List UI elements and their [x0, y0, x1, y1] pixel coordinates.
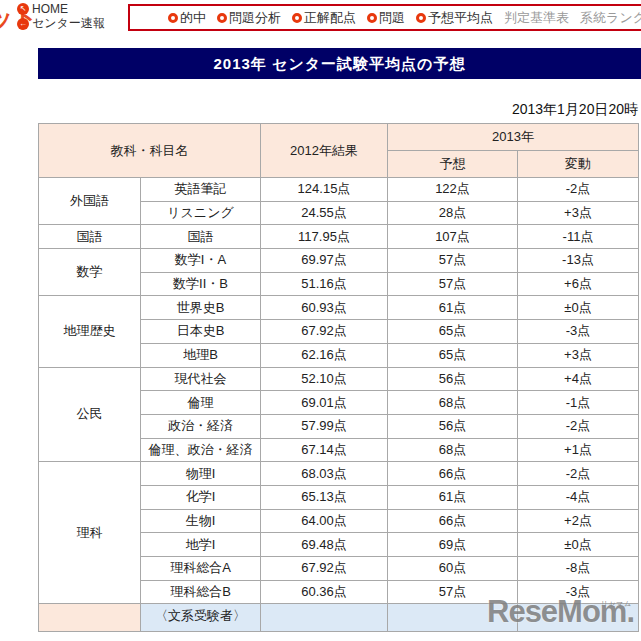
subject-cell: 現代社会 — [141, 367, 261, 391]
change-cell: -3点 — [518, 320, 639, 344]
menu-item-hantei-kijunhyo-label: 判定基準表 — [504, 9, 569, 27]
menu-item-seikai-haiten[interactable]: 正解配点 — [292, 9, 356, 27]
forecast-cell — [388, 604, 518, 632]
header-year-2013: 2013年 — [388, 124, 639, 151]
bullet-circle-icon — [168, 13, 178, 23]
change-cell: -2点 — [518, 414, 639, 438]
menu-item-mondai-bunseki-label: 問題分析 — [229, 9, 281, 27]
menu-item-keito-rank-label: 系統ランク — [580, 9, 641, 27]
forecast-cell: 65点 — [388, 343, 518, 367]
result-2012-cell: 67.92点 — [261, 557, 388, 581]
category-cell: 国語 — [39, 225, 141, 249]
change-cell: -4点 — [518, 485, 639, 509]
forecast-cell: 69点 — [388, 533, 518, 557]
forecast-cell: 57点 — [388, 272, 518, 296]
result-2012-cell: 52.10点 — [261, 367, 388, 391]
table-row: 外国語 英語筆記 124.15点 122点 -2点 — [39, 178, 639, 202]
change-cell: +3点 — [518, 343, 639, 367]
arrow-up-left-icon: ↖ — [17, 3, 29, 15]
table-row: 地理歴史 世界史B 60.93点 61点 ±0点 — [39, 296, 639, 320]
subject-cell: 世界史B — [141, 296, 261, 320]
top-navigation-bar: ット ↖ HOME ← センター速報 的中 問題分析 正解配点 問題 予想 — [0, 0, 641, 40]
score-prediction-table: 教科・科目名 2012年結果 2013年 予想 変動 外国語 英語筆記 124.… — [38, 123, 639, 632]
change-cell: -2点 — [518, 462, 639, 486]
subject-cell: 数学II・B — [141, 272, 261, 296]
nav-link-home-label: HOME — [32, 2, 68, 16]
table-row: 国語 国語 117.95点 107点 -11点 — [39, 225, 639, 249]
result-2012-cell: 67.92点 — [261, 320, 388, 344]
forecast-cell: 65点 — [388, 320, 518, 344]
change-cell: +4点 — [518, 367, 639, 391]
result-2012-cell: 65.13点 — [261, 485, 388, 509]
result-2012-cell: 24.55点 — [261, 201, 388, 225]
forecast-cell: 61点 — [388, 485, 518, 509]
subject-cell: 地学I — [141, 533, 261, 557]
forecast-cell: 57点 — [388, 249, 518, 273]
result-2012-cell: 51.16点 — [261, 272, 388, 296]
forecast-cell: 107点 — [388, 225, 518, 249]
table-header-row: 教科・科目名 2012年結果 2013年 — [39, 124, 639, 151]
result-2012-cell: 62.16点 — [261, 343, 388, 367]
header-forecast: 予想 — [388, 151, 518, 178]
forecast-cell: 56点 — [388, 414, 518, 438]
subject-cell: 理科総合B — [141, 580, 261, 604]
home-links: ↖ HOME ← センター速報 — [17, 1, 105, 31]
subject-cell: 〈文系受験者〉 — [141, 604, 261, 632]
forecast-cell: 56点 — [388, 367, 518, 391]
subject-cell: リスニング — [141, 201, 261, 225]
forecast-cell: 60点 — [388, 557, 518, 581]
result-2012-cell: 60.36点 — [261, 580, 388, 604]
menu-item-mondai[interactable]: 問題 — [367, 9, 405, 27]
forecast-cell: 28点 — [388, 201, 518, 225]
result-2012-cell: 67.14点 — [261, 438, 388, 462]
category-cell: 地理歴史 — [39, 296, 141, 367]
result-2012-cell: 57.99点 — [261, 414, 388, 438]
subject-cell: 国語 — [141, 225, 261, 249]
forecast-cell: 68点 — [388, 438, 518, 462]
forecast-cell: 122点 — [388, 178, 518, 202]
category-cell — [39, 604, 141, 632]
change-cell — [518, 604, 639, 632]
change-cell: +2点 — [518, 509, 639, 533]
nav-link-center-sokuho-label: センター速報 — [32, 15, 105, 32]
change-cell: -8点 — [518, 557, 639, 581]
header-change: 変動 — [518, 151, 639, 178]
published-datetime: 2013年1月20日20時 — [512, 101, 638, 119]
subject-cell: 地理B — [141, 343, 261, 367]
change-cell: +6点 — [518, 272, 639, 296]
menu-item-yosou-heikinten[interactable]: 予想平均点 — [416, 9, 493, 27]
menu-item-mondai-bunseki[interactable]: 問題分析 — [217, 9, 281, 27]
result-2012-cell: 60.93点 — [261, 296, 388, 320]
nav-link-center-sokuho[interactable]: ← センター速報 — [17, 16, 105, 31]
change-cell: -1点 — [518, 391, 639, 415]
change-cell: -2点 — [518, 178, 639, 202]
bullet-circle-icon — [416, 13, 426, 23]
bullet-circle-icon — [367, 13, 377, 23]
change-cell: +3点 — [518, 201, 639, 225]
change-cell: -13点 — [518, 249, 639, 273]
forecast-cell: 66点 — [388, 462, 518, 486]
page-title-banner: 2013年 センター試験平均点の予想 — [38, 48, 641, 79]
menu-item-mondai-label: 問題 — [379, 9, 405, 27]
bullet-circle-icon — [217, 13, 227, 23]
subject-cell: 数学I・A — [141, 249, 261, 273]
subject-cell: 理科総合A — [141, 557, 261, 581]
subject-cell: 英語筆記 — [141, 178, 261, 202]
result-2012-cell: 64.00点 — [261, 509, 388, 533]
subject-cell: 政治・経済 — [141, 414, 261, 438]
result-2012-cell — [261, 604, 388, 632]
menu-item-tekichu-label: 的中 — [180, 9, 206, 27]
menu-item-tekichu[interactable]: 的中 — [168, 9, 206, 27]
forecast-cell: 61点 — [388, 296, 518, 320]
result-2012-cell: 69.48点 — [261, 533, 388, 557]
category-cell: 理科 — [39, 462, 141, 604]
table-row: 理科 物理I 68.03点 66点 -2点 — [39, 462, 639, 486]
category-cell: 数学 — [39, 249, 141, 296]
menu-item-keito-rank: 系統ランク — [580, 9, 641, 27]
nav-link-home[interactable]: ↖ HOME — [17, 1, 105, 16]
result-2012-cell: 117.95点 — [261, 225, 388, 249]
result-2012-cell: 69.97点 — [261, 249, 388, 273]
change-cell: ±0点 — [518, 296, 639, 320]
forecast-cell: 68点 — [388, 391, 518, 415]
menu-item-hantei-kijunhyo: 判定基準表 — [504, 9, 569, 27]
